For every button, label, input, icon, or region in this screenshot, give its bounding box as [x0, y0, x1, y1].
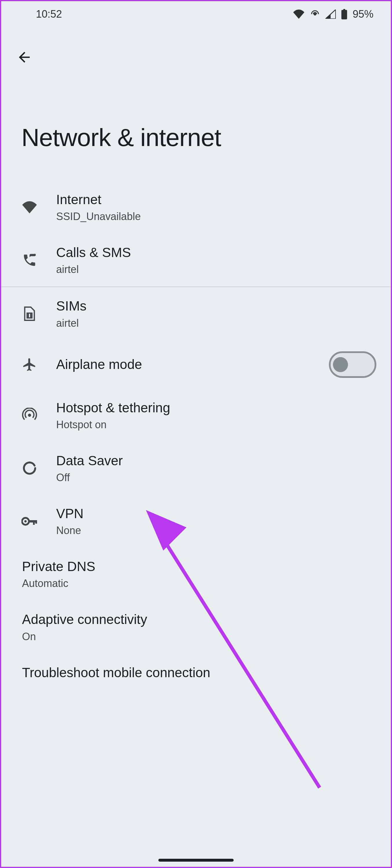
item-title: Adaptive connectivity [22, 612, 376, 627]
battery-percent: 95% [353, 8, 373, 20]
item-title: Data Saver [56, 453, 376, 469]
svg-point-0 [313, 13, 316, 16]
item-subtitle: On [22, 631, 376, 643]
settings-list: Internet SSID_Unavailable Calls & SMS ai… [1, 181, 391, 681]
phone-message-icon [22, 252, 38, 268]
airplane-mode-toggle[interactable] [329, 351, 376, 378]
settings-item-hotspot-tethering[interactable]: Hotspot & tethering Hotspot on [1, 389, 391, 442]
item-subtitle: None [56, 525, 376, 537]
toggle-knob [333, 357, 348, 372]
cellular-signal-icon [326, 9, 336, 19]
hotspot-icon [22, 407, 38, 423]
item-title: SIMs [56, 298, 376, 314]
svg-point-8 [24, 520, 27, 523]
settings-item-airplane-mode[interactable]: Airplane mode [1, 340, 391, 389]
settings-item-data-saver[interactable]: Data Saver Off [1, 442, 391, 495]
wifi-icon [293, 9, 305, 19]
settings-item-private-dns[interactable]: Private DNS Automatic [1, 548, 391, 600]
svg-rect-11 [35, 520, 37, 524]
item-subtitle: Off [56, 472, 376, 484]
svg-rect-9 [28, 520, 36, 523]
item-title: Private DNS [22, 559, 376, 575]
settings-item-adaptive-connectivity[interactable]: Adaptive connectivity On [1, 600, 391, 653]
item-subtitle: airtel [56, 317, 376, 329]
settings-item-sims[interactable]: SIMs airtel [1, 287, 391, 340]
item-title: Hotspot & tethering [56, 400, 376, 416]
battery-icon [341, 9, 347, 19]
item-subtitle: airtel [56, 264, 376, 276]
item-subtitle: SSID_Unavailable [56, 211, 376, 223]
item-title: VPN [56, 506, 376, 522]
item-title: Calls & SMS [56, 245, 376, 260]
svg-rect-2 [343, 9, 345, 10]
svg-rect-1 [341, 10, 347, 19]
status-bar: 10:52 95% [1, 1, 391, 27]
item-subtitle: Hotspot on [56, 419, 376, 431]
back-button[interactable] [1, 39, 48, 77]
status-icons: 95% [293, 8, 373, 20]
item-title: Airplane mode [56, 356, 329, 372]
settings-item-vpn[interactable]: VPN None [1, 495, 391, 548]
svg-point-6 [28, 414, 31, 417]
status-time: 10:52 [36, 8, 62, 20]
settings-item-troubleshoot[interactable]: Troubleshoot mobile connection [1, 654, 391, 681]
data-saver-icon [22, 460, 38, 476]
navigation-handle[interactable] [158, 859, 234, 862]
item-title: Troubleshoot mobile connection [22, 665, 376, 681]
arrow-back-icon [16, 49, 32, 65]
wifi-icon [22, 199, 38, 215]
page-title: Network & internet [1, 77, 391, 181]
settings-item-calls-sms[interactable]: Calls & SMS airtel [1, 234, 391, 286]
sim-card-icon [22, 306, 38, 322]
item-subtitle: Automatic [22, 578, 376, 590]
vpn-key-icon [22, 513, 38, 529]
airplane-icon [22, 356, 38, 373]
settings-item-internet[interactable]: Internet SSID_Unavailable [1, 181, 391, 234]
hotspot-status-icon [310, 9, 320, 19]
svg-rect-10 [33, 520, 35, 525]
item-title: Internet [56, 192, 376, 208]
